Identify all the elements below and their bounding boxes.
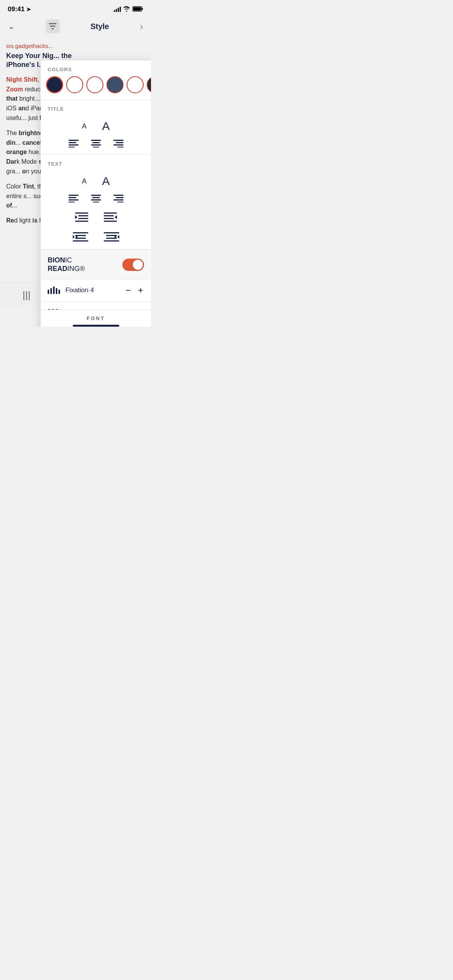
svg-rect-1 [133, 7, 141, 10]
svg-rect-25 [93, 202, 99, 202]
wrap-left-icon[interactable] [73, 232, 88, 244]
colors-row [41, 76, 151, 99]
status-time: 09:41 ➤ [8, 5, 31, 13]
drag-handle[interactable] [23, 291, 30, 300]
text-align-row [41, 192, 151, 209]
chevron-down-icon[interactable]: ⌄ [8, 21, 15, 31]
filter-icon[interactable] [46, 19, 60, 33]
svg-rect-15 [116, 142, 124, 143]
style-panel: COLORS TITLE A A [41, 60, 151, 327]
svg-rect-13 [93, 147, 99, 147]
svg-marker-44 [73, 235, 75, 239]
title-size-large[interactable]: A [102, 120, 110, 133]
text-size-row: A A [41, 171, 151, 192]
status-icons [114, 6, 143, 13]
fixation-bars-icon [48, 286, 60, 294]
title-size-row: A A [41, 116, 151, 137]
svg-rect-27 [116, 197, 124, 198]
svg-rect-12 [91, 144, 101, 146]
svg-rect-3 [49, 23, 57, 24]
fixation-stepper: − + [125, 285, 144, 296]
signal-bars [114, 7, 121, 12]
svg-rect-23 [92, 197, 100, 198]
color-white-3[interactable] [127, 76, 144, 93]
svg-rect-40 [73, 232, 88, 233]
svg-rect-20 [69, 199, 79, 200]
svg-rect-7 [69, 142, 76, 143]
title-section-label: TITLE [41, 100, 151, 116]
color-navy[interactable] [106, 76, 124, 93]
align-right-icon[interactable] [113, 140, 124, 150]
article-source: ios.gadgethacks... [6, 43, 100, 49]
svg-rect-26 [113, 195, 124, 196]
svg-rect-35 [104, 212, 117, 214]
indent-increase-icon[interactable] [75, 212, 88, 226]
title-align-row [41, 137, 151, 154]
svg-rect-29 [117, 202, 124, 202]
text-size-large[interactable]: A [102, 175, 110, 188]
text-section-label: TEXT [41, 155, 151, 171]
fixation-label: Fixation 4 [65, 286, 121, 294]
fixation-decrease-button[interactable]: − [125, 285, 132, 296]
svg-rect-11 [92, 142, 100, 143]
svg-rect-28 [113, 199, 124, 200]
align-left-icon[interactable] [69, 140, 79, 150]
fixation-increase-button[interactable]: + [137, 285, 144, 296]
colors-section-label: COLORS [41, 60, 151, 76]
svg-rect-38 [104, 221, 117, 222]
wrap-right-icon[interactable] [104, 232, 119, 244]
svg-rect-2 [142, 8, 143, 10]
color-white-2[interactable] [86, 76, 103, 93]
bionic-toggle[interactable] [122, 259, 144, 271]
svg-rect-4 [50, 26, 55, 27]
font-label-bar: FONT [41, 310, 151, 327]
svg-rect-24 [91, 199, 101, 200]
svg-rect-49 [104, 240, 119, 242]
body-area: ios.gadgethacks... Keep Your Nig... the … [0, 38, 151, 309]
color-white-1[interactable] [66, 76, 83, 93]
svg-rect-43 [73, 240, 88, 242]
toggle-knob [133, 260, 143, 270]
color-dark[interactable] [147, 76, 151, 93]
svg-marker-50 [117, 235, 119, 239]
svg-rect-5 [51, 28, 54, 29]
svg-rect-18 [69, 195, 79, 196]
svg-rect-46 [104, 232, 119, 233]
text-align-right-icon[interactable] [113, 195, 124, 205]
svg-marker-34 [75, 215, 77, 219]
indent-row [41, 209, 151, 229]
indent-decrease-icon[interactable] [104, 212, 117, 226]
text-align-center-icon[interactable] [91, 195, 101, 205]
svg-rect-14 [113, 140, 124, 141]
fixation-row: Fixation 4 − + [41, 279, 151, 301]
svg-rect-30 [75, 212, 88, 214]
align-center-icon[interactable] [91, 140, 101, 150]
page-wrapper: 09:41 ➤ [0, 0, 151, 327]
location-icon: ➤ [26, 6, 31, 12]
svg-rect-8 [69, 144, 79, 146]
bionic-label: BIONIC READING® [48, 256, 85, 273]
svg-rect-36 [104, 215, 114, 216]
chevron-right-icon[interactable]: › [140, 21, 143, 33]
color-black[interactable] [46, 76, 63, 93]
svg-rect-19 [69, 197, 76, 198]
svg-rect-16 [113, 144, 124, 146]
bionic-section: BIONIC READING® [41, 250, 151, 279]
title-size-small[interactable]: A [82, 122, 86, 130]
main-layout: 09:41 ➤ [0, 0, 151, 309]
wifi-icon [123, 6, 130, 13]
text-size-small[interactable]: A [82, 177, 86, 185]
svg-rect-17 [117, 147, 124, 147]
svg-marker-39 [115, 215, 117, 219]
svg-rect-10 [91, 140, 101, 141]
svg-rect-6 [69, 140, 79, 141]
svg-rect-37 [104, 218, 114, 219]
svg-rect-31 [78, 215, 88, 216]
svg-rect-21 [69, 202, 75, 202]
font-label: FONT [87, 315, 105, 321]
nav-bar: ⌄ Style › [0, 16, 151, 38]
svg-rect-9 [69, 147, 75, 147]
text-align-left-icon[interactable] [69, 195, 79, 205]
font-underline [73, 325, 119, 327]
status-bar: 09:41 ➤ [0, 0, 151, 16]
